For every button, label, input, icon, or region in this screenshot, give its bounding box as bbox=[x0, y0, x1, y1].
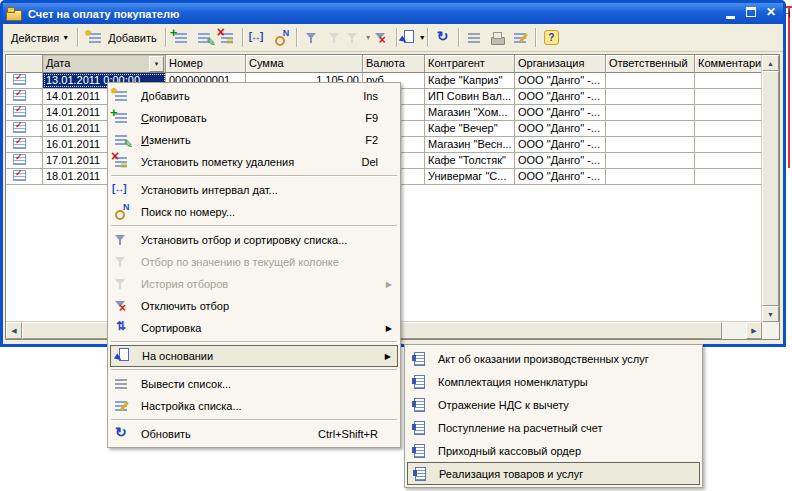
contractor-cell[interactable]: Магазин "Хом... bbox=[425, 105, 515, 120]
comment-cell[interactable] bbox=[695, 153, 762, 168]
actions-menu-button[interactable]: Действия ▼ bbox=[6, 30, 74, 46]
vertical-scrollbar[interactable]: ▲ ▼ bbox=[761, 55, 779, 322]
contractor-cell[interactable]: Кафе "Вечер" bbox=[425, 121, 515, 136]
titlebar[interactable]: Счет на оплату покупателю bbox=[3, 3, 783, 24]
add-button[interactable]: Добавить bbox=[82, 28, 162, 48]
scroll-left-button[interactable]: ◀ bbox=[6, 322, 22, 339]
menu-item-label: Добавить bbox=[141, 90, 349, 102]
submenu-item-document[interactable]: Акт об оказании производственных услуг bbox=[407, 347, 700, 370]
help-button[interactable] bbox=[540, 27, 563, 48]
responsible-cell[interactable] bbox=[606, 121, 695, 136]
comment-cell[interactable] bbox=[695, 137, 762, 152]
responsible-cell[interactable] bbox=[606, 153, 695, 168]
responsible-cell[interactable] bbox=[606, 169, 695, 184]
close-button[interactable] bbox=[763, 6, 780, 21]
column-header-1[interactable]: Дата▼ bbox=[43, 55, 166, 73]
context-menu-item-add[interactable]: ДобавитьIns bbox=[110, 85, 398, 107]
scroll-up-button[interactable]: ▲ bbox=[762, 55, 779, 71]
organization-cell[interactable]: ООО "Данго" -... bbox=[515, 169, 606, 184]
column-header-3[interactable]: Сумма bbox=[246, 55, 363, 73]
context-menu-item-sort[interactable]: Сортировка▶ bbox=[110, 317, 398, 339]
window-title: Счет на оплату покупателю bbox=[28, 8, 720, 20]
delete-mark-button[interactable] bbox=[216, 27, 239, 48]
column-header-4[interactable]: Валюта bbox=[363, 55, 425, 73]
based-on-button[interactable]: ▼ bbox=[401, 27, 424, 48]
submenu-arrow-icon: ▶ bbox=[385, 352, 391, 361]
context-menu-item-based-on[interactable]: На основании▶ bbox=[110, 345, 398, 367]
column-header-label: Номер bbox=[169, 57, 203, 69]
responsible-cell[interactable] bbox=[606, 89, 695, 104]
submenu-item-document[interactable]: Комплектация номенклатуры bbox=[407, 370, 700, 393]
column-header-label: Дата bbox=[46, 57, 70, 69]
copy-icon bbox=[113, 110, 130, 126]
context-menu-item-filter-off[interactable]: Отключить отбор bbox=[110, 295, 398, 317]
organization-cell[interactable]: ООО "Данго" -... bbox=[515, 153, 606, 168]
menu-item-shortcut: Ins bbox=[363, 90, 394, 102]
context-menu-item-list-settings[interactable]: Настройка списка... bbox=[110, 395, 398, 417]
comment-cell[interactable] bbox=[695, 169, 762, 184]
contractor-cell[interactable]: ИП Совин Вал... bbox=[425, 89, 515, 104]
responsible-cell[interactable] bbox=[606, 137, 695, 152]
icon-column-header[interactable] bbox=[6, 55, 43, 73]
refresh-button[interactable] bbox=[432, 27, 455, 48]
minimize-button[interactable] bbox=[723, 6, 740, 21]
add-icon bbox=[113, 88, 130, 104]
submenu-item-document[interactable]: Поступление на расчетный счет bbox=[407, 416, 700, 439]
scroll-down-button[interactable]: ▼ bbox=[762, 306, 779, 322]
menu-item-label: Комплектация номенклатуры bbox=[438, 376, 696, 388]
search-number-button[interactable] bbox=[270, 27, 293, 48]
menu-item-shortcut: Del bbox=[361, 156, 394, 168]
menu-item-label: Скопировать bbox=[141, 112, 351, 124]
comment-cell[interactable] bbox=[695, 121, 762, 136]
vertical-scroll-thumb[interactable] bbox=[762, 71, 779, 306]
context-menu-item-delete-mark[interactable]: Установить пометку удаленияDel bbox=[110, 151, 398, 173]
filter-off-button[interactable] bbox=[370, 27, 393, 48]
date-interval-button[interactable] bbox=[247, 27, 270, 48]
context-menu-item-refresh[interactable]: ОбновитьCtrl+Shift+R bbox=[110, 423, 398, 445]
context-menu-item-edit[interactable]: ИзменитьF2 bbox=[110, 129, 398, 151]
context-menu-item-date-interval[interactable]: Установить интервал дат... bbox=[110, 179, 398, 201]
context-menu-item-print-list[interactable]: Вывести список... bbox=[110, 373, 398, 395]
scroll-right-button[interactable]: ▶ bbox=[746, 322, 762, 339]
printer-button[interactable] bbox=[486, 27, 509, 48]
context-menu-item-filter-sort[interactable]: Установить отбор и сортировку списка... bbox=[110, 229, 398, 251]
context-menu-item-copy[interactable]: СкопироватьF9 bbox=[110, 107, 398, 129]
column-header-label: Организация bbox=[518, 57, 584, 69]
submenu-item-document[interactable]: Отражение НДС к вычету bbox=[407, 393, 700, 416]
sort-indicator-icon[interactable]: ▼ bbox=[149, 56, 164, 72]
organization-cell[interactable]: ООО "Данго" -... bbox=[515, 73, 606, 88]
column-header-2[interactable]: Номер bbox=[166, 55, 246, 73]
filter-sort-button[interactable] bbox=[301, 27, 324, 48]
responsible-cell[interactable] bbox=[606, 105, 695, 120]
column-header-5[interactable]: Контрагент bbox=[425, 55, 515, 73]
submenu-item-document[interactable]: Реализация товаров и услуг bbox=[407, 462, 700, 485]
menu-item-label: Поступление на расчетный счет bbox=[438, 422, 696, 434]
comment-cell[interactable] bbox=[695, 73, 762, 88]
contractor-cell[interactable]: Кафе "Толстяк" bbox=[425, 153, 515, 168]
toolbar-separator bbox=[396, 28, 398, 47]
column-header-8[interactable]: Комментари bbox=[695, 55, 762, 73]
organization-cell[interactable]: ООО "Данго" -... bbox=[515, 105, 606, 120]
organization-cell[interactable]: ООО "Данго" -... bbox=[515, 137, 606, 152]
actions-label: Действия bbox=[11, 32, 59, 44]
context-menu: ДобавитьInsСкопироватьF9ИзменитьF2Устано… bbox=[107, 82, 401, 448]
comment-cell[interactable] bbox=[695, 105, 762, 120]
column-header-6[interactable]: Организация bbox=[515, 55, 606, 73]
posted-document-icon bbox=[13, 154, 26, 165]
contractor-cell[interactable]: Магазин "Весн... bbox=[425, 137, 515, 152]
submenu-item-document[interactable]: Приходный кассовый ордер bbox=[407, 439, 700, 462]
organization-cell[interactable]: ООО "Данго" -... bbox=[515, 89, 606, 104]
column-header-7[interactable]: Ответственный bbox=[606, 55, 695, 73]
contractor-cell[interactable]: Универмаг "С... bbox=[425, 169, 515, 184]
maximize-button[interactable] bbox=[743, 6, 760, 21]
edit-button[interactable] bbox=[193, 27, 216, 48]
responsible-cell[interactable] bbox=[606, 73, 695, 88]
contractor-cell[interactable]: Кафе "Каприз" bbox=[425, 73, 515, 88]
comment-cell[interactable] bbox=[695, 89, 762, 104]
copy-button[interactable] bbox=[170, 27, 193, 48]
context-menu-item-search-number[interactable]: Поиск по номеру... bbox=[110, 201, 398, 223]
print-list-button[interactable] bbox=[463, 27, 486, 48]
organization-cell[interactable]: ООО "Данго" -... bbox=[515, 121, 606, 136]
list-settings-button[interactable] bbox=[509, 27, 532, 48]
menu-item-label: Акт об оказании производственных услуг bbox=[438, 353, 696, 365]
